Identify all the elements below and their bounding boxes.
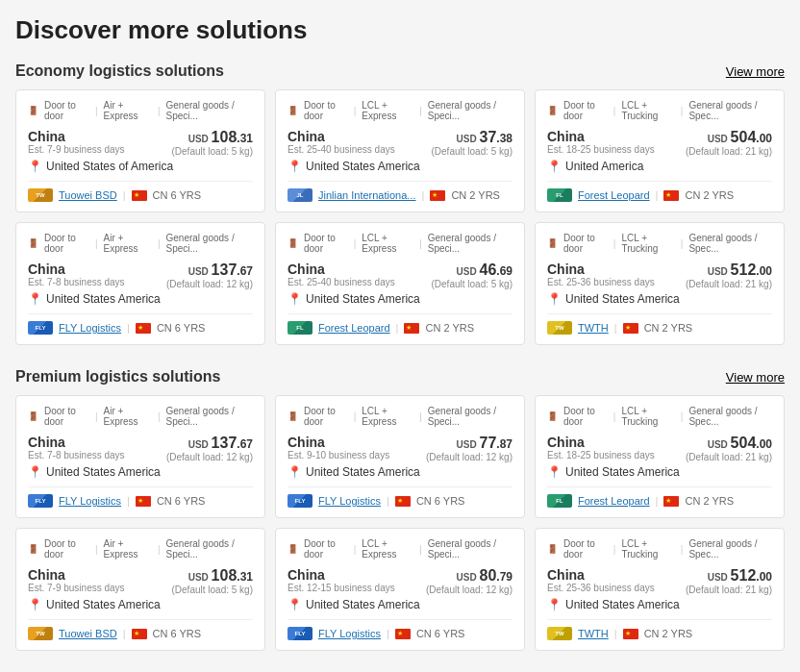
card-origin: China [288,567,395,583]
card-dest-row: 📍 United States America [547,292,772,306]
card-cents: .69 [496,264,512,278]
economy-card-4[interactable]: 🚪 Door to door | LCL + Express | General… [275,222,525,345]
card-footer: FL Forest Leopard | CN 2 YRS [547,486,772,508]
card-service: Air + Express [104,100,152,121]
card-default-load: (Default load: 21 kg) [686,279,772,289]
premium-card-0[interactable]: 🚪 Door to door | Air + Express | General… [15,395,265,518]
provider-name[interactable]: Tuowei BSD [59,189,117,201]
provider-years: CN 6 YRS [157,495,206,507]
card-amount: 137 [212,435,238,451]
provider-name[interactable]: Forest Leopard [318,322,390,334]
premium-card-5[interactable]: 🚪 Door to door | LCL + Trucking | Genera… [535,528,785,651]
card-middle-row: China Est. 7-8 business days USD 137.67 … [28,261,253,289]
card-default-load: (Default load: 21 kg) [686,146,772,157]
provider-name[interactable]: Tuowei BSD [59,628,117,639]
card-currency: USD [188,266,212,277]
card-service: LCL + Express [362,406,413,427]
provider-name[interactable]: Forest Leopard [578,189,650,201]
card-tag-row: 🚪 Door to door | Air + Express | General… [28,406,253,427]
card-dest-row: 📍 United America [547,160,772,173]
card-service: LCL + Trucking [621,538,674,560]
dest-pin-icon: 📍 [547,598,562,611]
card-est: Est. 7-9 business days [28,583,125,593]
provider-name[interactable]: FLY Logistics [59,322,121,334]
dest-pin-icon: 📍 [28,465,42,479]
dest-pin-icon: 📍 [288,598,302,611]
card-tag-row: 🚪 Door to door | Air + Express | General… [28,233,253,254]
dest-pin-icon: 📍 [547,292,562,306]
card-middle-row: China Est. 7-8 business days USD 137.67 … [28,435,253,462]
cn-flag-icon [404,323,419,334]
door-icon: 🚪 [288,106,298,115]
door-icon: 🚪 [28,106,38,115]
fly-logo-icon: FLY [288,494,312,508]
provider-name[interactable]: FLY Logistics [318,495,381,507]
card-currency: USD [708,572,731,583]
forest-logo-icon: FL [547,188,572,202]
card-est: Est. 25-36 business days [547,277,655,287]
forest-logo-icon: FL [547,494,572,508]
card-middle-row: China Est. 7-9 business days USD 108.31 … [28,567,253,595]
card-service: LCL + Trucking [621,233,674,254]
cn-flag-icon [395,629,411,639]
card-est: Est. 18-25 business days [547,450,655,460]
card-origin: China [288,435,389,450]
card-origin: China [288,129,395,144]
dest-pin-icon: 📍 [28,598,42,611]
premium-card-3[interactable]: 🚪 Door to door | Air + Express | General… [15,528,265,651]
card-footer: JL Jinlian Internationa... | CN 2 YRS [288,181,512,202]
provider-name[interactable]: Forest Leopard [578,495,650,507]
dest-pin-icon: 📍 [28,160,42,173]
card-cents: .00 [756,132,772,145]
card-est: Est. 25-40 business days [288,277,395,287]
card-default-load: (Default load: 5 kg) [432,279,513,289]
economy-view-more[interactable]: View more [726,64,785,79]
provider-years: CN 6 YRS [157,322,206,334]
card-origin-section: China Est. 18-25 business days [547,129,655,157]
card-footer: FL Forest Leopard | CN 2 YRS [547,181,772,202]
provider-name[interactable]: FLY Logistics [318,628,381,639]
card-cents: .00 [756,264,772,278]
card-origin-section: China Est. 7-9 business days [28,129,125,157]
card-currency: USD [188,572,212,583]
cn-flag-icon [430,190,445,201]
card-tag: Door to door [44,538,89,560]
card-cents: .31 [237,132,253,145]
economy-section: Economy logistics solutions View more 🚪 … [15,62,785,345]
provider-name[interactable]: TWTH [578,322,609,334]
card-tag-row: 🚪 Door to door | LCL + Trucking | Genera… [547,100,772,121]
card-tag: Door to door [304,100,348,121]
card-origin-section: China Est. 9-10 business days [288,435,389,462]
provider-name[interactable]: Jinlian Internationa... [318,189,416,201]
economy-card-0[interactable]: 🚪 Door to door | Air + Express | General… [15,89,265,212]
card-origin: China [28,129,125,144]
card-currency: USD [457,572,480,583]
premium-card-4[interactable]: 🚪 Door to door | LCL + Express | General… [275,528,525,651]
card-price: USD 137.67 (Default load: 12 kg) [166,261,253,289]
card-tag: Door to door [44,406,89,427]
economy-card-5[interactable]: 🚪 Door to door | LCL + Trucking | Genera… [535,222,785,345]
card-footer: FLY FLY Logistics | CN 6 YRS [288,619,512,640]
card-default-load: (Default load: 5 kg) [172,146,254,157]
premium-card-2[interactable]: 🚪 Door to door | LCL + Trucking | Genera… [535,395,785,518]
card-currency: USD [188,134,212,144]
premium-card-1[interactable]: 🚪 Door to door | LCL + Express | General… [275,395,525,518]
card-tag: Door to door [563,406,608,427]
cn-flag-icon [132,629,147,639]
provider-years: CN 2 YRS [644,322,693,334]
provider-name[interactable]: FLY Logistics [59,495,121,507]
card-origin-section: China Est. 25-36 business days [547,261,655,289]
card-dest-row: 📍 United States America [288,598,512,611]
card-dest: United States America [46,598,161,611]
card-price: USD 137.67 (Default load: 12 kg) [166,435,253,462]
economy-card-2[interactable]: 🚪 Door to door | LCL + Trucking | Genera… [535,89,785,212]
card-est: Est. 7-9 business days [28,144,125,155]
card-tag: Door to door [304,538,348,560]
card-service: LCL + Trucking [621,100,674,121]
economy-card-3[interactable]: 🚪 Door to door | Air + Express | General… [15,222,265,345]
door-icon: 🚪 [547,106,558,115]
premium-view-more[interactable]: View more [726,370,785,385]
card-middle-row: China Est. 18-25 business days USD 504.0… [547,435,772,462]
provider-name[interactable]: TWTH [578,628,609,639]
economy-card-1[interactable]: 🚪 Door to door | LCL + Express | General… [275,89,525,212]
